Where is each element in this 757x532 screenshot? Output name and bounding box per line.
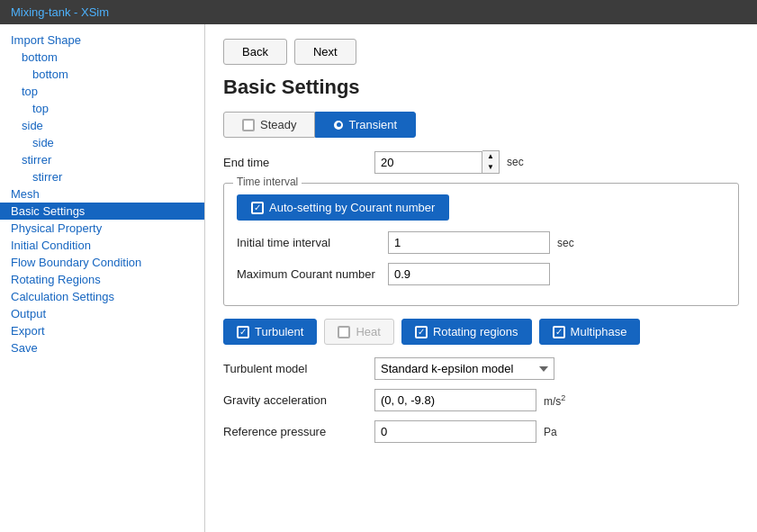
nav-buttons: Back Next — [223, 39, 739, 65]
feature-buttons: Turbulent Heat Rotating regions Multipha… — [223, 319, 739, 345]
steady-label: Steady — [260, 118, 296, 131]
end-time-input[interactable] — [374, 151, 482, 174]
sidebar-item-bottom-1[interactable]: bottom — [0, 49, 204, 66]
initial-interval-unit: sec — [557, 237, 574, 249]
sidebar-item-calculation-settings[interactable]: Calculation Settings — [0, 288, 204, 305]
title-separator: - — [70, 5, 81, 19]
gravity-label: Gravity acceleration — [223, 393, 367, 407]
auto-setting-label: Auto-setting by Courant number — [269, 201, 435, 214]
max-courant-row: Maximum Courant number — [237, 263, 725, 285]
initial-interval-label: Initial time interval — [237, 236, 381, 249]
steady-radio — [242, 119, 255, 131]
initial-interval-input[interactable] — [388, 231, 550, 254]
sidebar-item-top-2[interactable]: top — [0, 100, 204, 117]
reference-pressure-row: Reference pressure Pa — [223, 420, 739, 443]
next-button[interactable]: Next — [294, 39, 356, 65]
reference-pressure-label: Reference pressure — [223, 425, 367, 438]
sidebar-item-initial-condition[interactable]: Initial Condition — [0, 237, 204, 254]
turbulent-checkbox — [237, 326, 249, 338]
sidebar-item-side-2[interactable]: side — [0, 134, 204, 151]
content-area: Back Next Basic Settings Steady Transien… — [205, 24, 757, 532]
turbulent-model-row: Turbulent model Standard k-epsilon model… — [223, 357, 739, 380]
sidebar-item-rotating-regions[interactable]: Rotating Regions — [0, 271, 204, 288]
sidebar-item-bottom-2[interactable]: bottom — [0, 66, 204, 83]
page-title: Basic Settings — [223, 76, 739, 99]
end-time-spinner: ▲ ▼ — [374, 150, 500, 174]
turbulent-model-label: Turbulent model — [223, 362, 367, 375]
back-button[interactable]: Back — [223, 39, 287, 65]
steady-button[interactable]: Steady — [223, 112, 315, 138]
transient-button[interactable]: Transient — [315, 112, 416, 138]
app-title: Mixing-tank — [11, 5, 70, 19]
time-interval-legend: Time interval — [233, 176, 302, 188]
auto-setting-button[interactable]: Auto-setting by Courant number — [237, 194, 449, 221]
rotating-regions-label: Rotating regions — [433, 325, 518, 338]
transient-radio — [334, 121, 343, 130]
max-courant-label: Maximum Courant number — [237, 267, 381, 281]
heat-checkbox — [338, 326, 350, 338]
sidebar-item-save[interactable]: Save — [0, 339, 204, 356]
end-time-spinner-buttons: ▲ ▼ — [482, 150, 500, 174]
sidebar-item-import-shape[interactable]: Import Shape — [0, 32, 204, 49]
end-time-decrement[interactable]: ▼ — [482, 162, 499, 173]
title-bar: Mixing-tank - XSim — [0, 0, 757, 24]
initial-interval-row: Initial time interval sec — [237, 231, 725, 254]
turbulent-button[interactable]: Turbulent — [223, 319, 317, 345]
heat-button[interactable]: Heat — [324, 319, 393, 345]
mode-toggle: Steady Transient — [223, 112, 739, 138]
transient-label: Transient — [348, 118, 397, 131]
heat-label: Heat — [356, 325, 380, 338]
sidebar-item-stirrer-1[interactable]: stirrer — [0, 151, 204, 168]
sidebar: Import Shapebottombottomtoptopsidesidest… — [0, 24, 205, 532]
end-time-unit: sec — [507, 156, 524, 168]
sidebar-item-output[interactable]: Output — [0, 305, 204, 322]
gravity-unit: m/s2 — [544, 393, 565, 408]
time-interval-box: Time interval Auto-setting by Courant nu… — [223, 183, 739, 306]
end-time-label: End time — [223, 156, 367, 169]
sidebar-item-physical-property[interactable]: Physical Property — [0, 220, 204, 237]
sidebar-item-export[interactable]: Export — [0, 322, 204, 339]
reference-pressure-unit: Pa — [544, 426, 557, 438]
auto-setting-checkbox — [251, 202, 264, 214]
reference-pressure-input[interactable] — [374, 420, 536, 443]
turbulent-model-select[interactable]: Standard k-epsilon modelk-omega SSTLamin… — [374, 357, 554, 380]
gravity-input[interactable] — [374, 389, 536, 411]
sidebar-item-flow-boundary-condition[interactable]: Flow Boundary Condition — [0, 254, 204, 271]
gravity-row: Gravity acceleration m/s2 — [223, 389, 739, 411]
sidebar-item-side-1[interactable]: side — [0, 117, 204, 134]
sidebar-item-mesh[interactable]: Mesh — [0, 185, 204, 203]
turbulent-label: Turbulent — [255, 325, 303, 338]
multiphase-label: Multiphase — [571, 325, 627, 338]
rotating-regions-button[interactable]: Rotating regions — [401, 319, 532, 345]
sidebar-item-basic-settings[interactable]: Basic Settings — [0, 203, 204, 220]
sidebar-item-stirrer-2[interactable]: stirrer — [0, 168, 204, 185]
sidebar-item-top-1[interactable]: top — [0, 83, 204, 100]
multiphase-button[interactable]: Multiphase — [539, 319, 641, 345]
multiphase-checkbox — [553, 326, 565, 338]
sim-name: XSim — [81, 5, 109, 19]
end-time-row: End time ▲ ▼ sec — [223, 150, 739, 174]
max-courant-input[interactable] — [388, 263, 550, 285]
end-time-increment[interactable]: ▲ — [482, 151, 499, 162]
rotating-regions-checkbox — [415, 326, 428, 338]
